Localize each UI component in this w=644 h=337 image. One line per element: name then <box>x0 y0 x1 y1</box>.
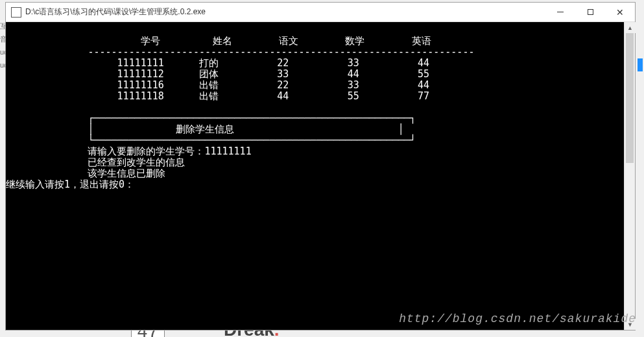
console-window: D:\c语言练习\练习的代码\课设\学生管理系统.0.2.exe ✕ 学号 姓名… <box>5 2 636 331</box>
close-button[interactable]: ✕ <box>605 3 635 22</box>
console-output[interactable]: 学号 姓名 语文 数学 英语 -------------------------… <box>6 22 624 330</box>
close-icon: ✕ <box>616 8 624 17</box>
app-icon <box>11 7 21 18</box>
scroll-up-button[interactable]: ▲ <box>625 22 636 33</box>
titlebar[interactable]: D:\c语言练习\练习的代码\课设\学生管理系统.0.2.exe ✕ <box>6 3 635 22</box>
scroll-thumb[interactable] <box>626 33 634 163</box>
console-body: 学号 姓名 语文 数学 英语 -------------------------… <box>6 22 635 330</box>
window-title: D:\c语言练习\练习的代码\课设\学生管理系统.0.2.exe <box>25 6 545 18</box>
bg-blue-fragment <box>638 58 643 71</box>
vertical-scrollbar[interactable]: ▲ ▼ <box>624 22 635 330</box>
minimize-button[interactable] <box>545 3 575 22</box>
maximize-icon <box>588 9 593 15</box>
minimize-icon <box>557 12 564 12</box>
maximize-button[interactable] <box>575 3 605 22</box>
scroll-down-button[interactable]: ▼ <box>625 319 636 330</box>
window-controls: ✕ <box>545 3 635 22</box>
